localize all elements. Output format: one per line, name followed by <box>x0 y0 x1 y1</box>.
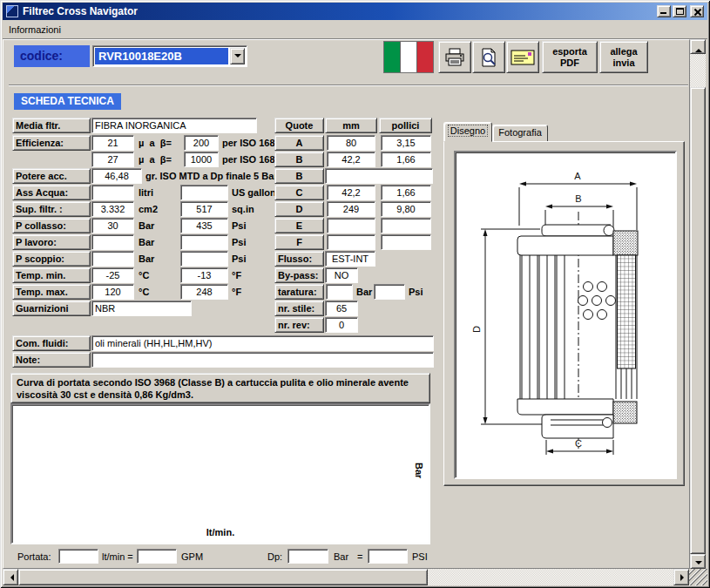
client-area: codice: RVR10018E20B <box>3 39 690 569</box>
ass-acqua-litri-field[interactable] <box>91 185 134 200</box>
vertical-scrollbar[interactable] <box>690 39 706 569</box>
ass-acqua-gallon-field[interactable] <box>180 185 228 200</box>
portata-input[interactable] <box>58 549 98 564</box>
ltmin-label: lt/min = <box>102 550 133 564</box>
quote-a-pollici-field[interactable] <box>381 135 431 151</box>
arrow-up-icon <box>695 45 702 52</box>
p-collasso-bar-field[interactable] <box>91 218 134 233</box>
quote-row-b-label: B <box>274 152 324 167</box>
app-window: Filtrec Cross Navigator Informazioni cod… <box>0 0 710 588</box>
label-p-scoppio: P scoppio: <box>12 251 91 267</box>
arrow-left-icon <box>7 574 14 581</box>
unit-psi-2: Psi <box>232 234 247 250</box>
minimize-button[interactable] <box>657 5 671 17</box>
italian-flag-button[interactable] <box>383 41 434 73</box>
horizontal-scroll-thumb[interactable] <box>18 569 428 585</box>
quote-row-e-label: E <box>274 218 324 233</box>
temp-min-c-field[interactable] <box>91 267 134 283</box>
vertical-scroll-thumb[interactable] <box>690 87 706 554</box>
dp-input[interactable] <box>287 549 328 564</box>
p-scoppio-psi-field[interactable] <box>180 251 228 267</box>
resize-grip[interactable] <box>689 569 707 585</box>
efficienza2-micron-field[interactable] <box>91 152 134 167</box>
horizontal-scrollbar[interactable] <box>3 569 689 585</box>
temp-min-f-field[interactable] <box>180 267 228 283</box>
efficienza-micron-field[interactable] <box>91 135 134 151</box>
app-icon[interactable] <box>6 5 18 17</box>
media-fltr-field[interactable] <box>91 118 257 133</box>
quote-f-pollici-field[interactable] <box>381 234 431 250</box>
quote-f-mm-field[interactable] <box>327 234 375 250</box>
quote-d-mm-field[interactable] <box>327 201 375 217</box>
taratura-bar-field[interactable] <box>326 284 353 300</box>
unit-taratura-psi: Psi <box>409 284 423 300</box>
sup-filtr-sqin-field[interactable] <box>180 201 228 217</box>
mm-header: mm <box>325 118 377 133</box>
allega-invia-button[interactable]: allega invia <box>599 41 648 73</box>
flusso-field[interactable] <box>325 251 375 267</box>
quote-c-pollici-field[interactable] <box>381 185 431 200</box>
sup-filtr-cm2-field[interactable] <box>91 201 134 217</box>
scroll-right-button[interactable] <box>673 569 689 585</box>
scroll-left-button[interactable] <box>3 569 18 585</box>
titlebar[interactable]: Filtrec Cross Navigator <box>3 3 707 20</box>
filter-technical-drawing: A B C D <box>456 152 675 477</box>
label-sup-filtr: Sup. filtr. : <box>12 201 91 217</box>
unit-gr-iso-mtd: gr. ISO MTD a Dp finale 5 Bar <box>145 168 278 184</box>
bypass-field[interactable] <box>325 267 358 283</box>
tab-disegno[interactable]: Disegno <box>443 122 492 142</box>
gpm-input[interactable] <box>137 549 177 564</box>
quote-a-mm-field[interactable] <box>327 135 375 151</box>
maximize-button[interactable] <box>673 5 686 17</box>
unit-sqin: sq.in <box>232 201 254 217</box>
quote-e-pollici-field[interactable] <box>381 218 431 233</box>
window-title: Filtrec Cross Navigator <box>23 5 655 17</box>
tab-fotografia[interactable]: Fotografia <box>492 125 548 142</box>
dim-label-d: D <box>471 326 482 333</box>
quote-b-pollici-field[interactable] <box>381 152 431 167</box>
unit-celsius-1: °C <box>139 267 149 283</box>
nr-rev-field[interactable] <box>325 317 358 333</box>
temp-max-f-field[interactable] <box>180 284 228 300</box>
flow-chart: Bar lt/min. <box>10 403 430 544</box>
combobox-dropdown-button[interactable] <box>230 48 245 64</box>
unit-litri: litri <box>139 185 153 200</box>
quote-e-mm-field[interactable] <box>327 218 375 233</box>
scroll-up-button[interactable] <box>690 39 706 54</box>
preview-button[interactable] <box>472 41 505 73</box>
label-p-collasso: P collasso: <box>12 218 91 233</box>
close-button[interactable] <box>690 5 704 17</box>
menubar: Informazioni <box>3 20 707 39</box>
psi-input[interactable] <box>368 549 408 564</box>
quote-b-mm-field[interactable] <box>327 152 375 167</box>
potere-acc-field[interactable] <box>91 168 142 184</box>
temp-max-c-field[interactable] <box>91 284 134 300</box>
codice-label: codice: <box>14 45 90 67</box>
quote-b2-wide-field[interactable] <box>325 168 433 184</box>
note-field[interactable] <box>91 352 434 368</box>
print-button[interactable] <box>438 41 471 73</box>
menu-informazioni[interactable]: Informazioni <box>3 23 67 37</box>
quote-c-mm-field[interactable] <box>327 185 375 200</box>
com-fluidi-field[interactable] <box>91 335 434 351</box>
efficienza2-beta-field[interactable] <box>184 152 219 167</box>
guarnizioni-field[interactable] <box>91 301 192 316</box>
scroll-down-button[interactable] <box>690 554 706 569</box>
pollici-header: pollici <box>379 118 432 133</box>
p-collasso-psi-field[interactable] <box>180 218 228 233</box>
codice-combobox[interactable]: RVR10018E20B <box>92 45 247 67</box>
portata-label: Portata: <box>17 550 51 564</box>
esporta-pdf-button[interactable]: esporta PDF <box>542 41 598 73</box>
toolbar-separator <box>9 84 688 86</box>
p-scoppio-bar-field[interactable] <box>91 251 134 267</box>
unit-us-gallon: US gallon <box>232 185 276 200</box>
p-lavoro-psi-field[interactable] <box>180 234 228 250</box>
efficienza-beta-field[interactable] <box>184 135 219 151</box>
taratura-psi-field[interactable] <box>374 284 405 300</box>
mail-button[interactable] <box>506 41 539 73</box>
quote-d-pollici-field[interactable] <box>381 201 431 217</box>
unit-celsius-2: °C <box>139 284 149 300</box>
p-lavoro-bar-field[interactable] <box>91 234 134 250</box>
nr-stile-field[interactable] <box>325 301 358 316</box>
label-note: Note: <box>12 352 91 368</box>
